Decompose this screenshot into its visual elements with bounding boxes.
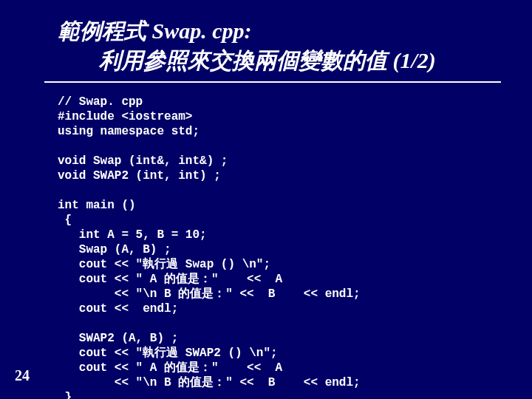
slide: 範例程式 Swap. cpp: 利用參照來交換兩個變數的值 (1/2) // S… <box>0 0 532 399</box>
code-block: // Swap. cpp #include <iostream> using n… <box>58 95 361 399</box>
page-number: 24 <box>15 367 30 384</box>
title-underline <box>44 81 501 83</box>
title-line-2: 利用參照來交換兩個變數的值 (1/2) <box>58 46 502 75</box>
slide-title: 範例程式 Swap. cpp: 利用參照來交換兩個變數的值 (1/2) <box>58 16 502 75</box>
title-line-1: 範例程式 Swap. cpp: <box>58 16 502 46</box>
